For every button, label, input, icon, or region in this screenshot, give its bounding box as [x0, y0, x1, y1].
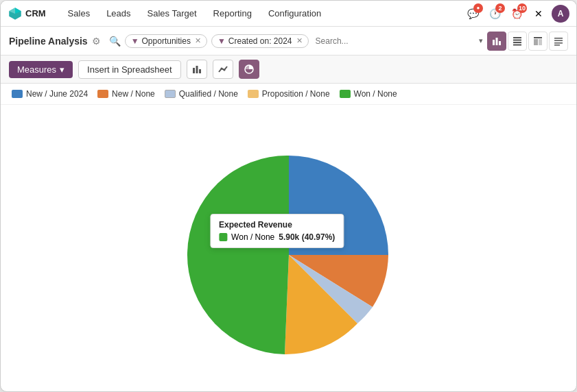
toolbar: Measures ▾ Insert in Spreadsheet: [1, 56, 576, 84]
svg-rect-6: [513, 37, 521, 38]
slice-won-none[interactable]: [187, 156, 288, 354]
legend-item-4: Won / None: [340, 89, 397, 99]
filter-chip-opportunities[interactable]: ▼ Opportunities ✕: [125, 34, 207, 48]
search-dropdown-arrow[interactable]: ▾: [479, 36, 483, 45]
svg-rect-11: [534, 39, 538, 45]
messages-badge: 2: [495, 3, 505, 13]
insert-label: Insert in Spreadsheet: [87, 64, 172, 75]
chart-legend: New / June 2024 New / None Qualified / N…: [1, 84, 576, 105]
svg-rect-9: [513, 44, 521, 45]
svg-rect-18: [196, 66, 198, 73]
tooltip-value: 5.90k (40.97%): [279, 232, 335, 242]
tooltip-title: Expected Revenue: [219, 220, 335, 230]
pie-chart-svg: [172, 142, 405, 354]
filter-createdon-close[interactable]: ✕: [296, 36, 303, 45]
funnel-icon: ▼: [131, 36, 139, 46]
svg-rect-15: [554, 42, 563, 44]
app-title: CRM: [25, 8, 46, 19]
pie-chart-type-btn[interactable]: [239, 60, 259, 79]
view-table-btn[interactable]: [508, 32, 527, 51]
filter-opportunities-label: Opportunities: [142, 36, 191, 46]
page-title: Pipeline Analysis: [9, 36, 88, 47]
svg-point-20: [220, 68, 222, 70]
search-input[interactable]: [313, 35, 475, 47]
svg-rect-17: [193, 68, 195, 73]
line-chart-type-btn[interactable]: [213, 60, 233, 79]
chart-tooltip: Expected Revenue Won / None 5.90k (40.97…: [210, 214, 344, 248]
tooltip-color-swatch: [219, 233, 227, 241]
close-icon-btn[interactable]: ✕: [530, 5, 547, 23]
table-icon: [513, 36, 522, 46]
crm-logo-icon: [8, 6, 23, 21]
view-icons: [487, 32, 568, 51]
nav-configuration[interactable]: Configuration: [261, 5, 328, 21]
legend-color-4: [340, 90, 351, 98]
navbar: CRM Sales Leads Sales Target Reporting C…: [1, 1, 576, 27]
logo[interactable]: CRM: [8, 6, 53, 21]
nav-sales[interactable]: Sales: [61, 5, 97, 21]
bar-chart-type-icon: [192, 64, 202, 74]
measures-button[interactable]: Measures ▾: [9, 61, 73, 78]
legend-item-0: New / June 2024: [12, 89, 88, 99]
measures-label: Measures: [17, 64, 56, 75]
settings-icon[interactable]: ⚙: [92, 36, 101, 47]
svg-rect-14: [554, 40, 563, 41]
legend-label-1: New / None: [112, 89, 155, 99]
messages-icon-btn[interactable]: 🕐 2: [486, 5, 504, 23]
chat-badge: ●: [473, 3, 483, 13]
svg-rect-19: [199, 69, 201, 73]
legend-color-1: [97, 90, 108, 98]
svg-rect-3: [493, 40, 495, 45]
bar-chart-type-btn[interactable]: [187, 60, 207, 79]
subheader: Pipeline Analysis ⚙ 🔍 ▼ Opportunities ✕ …: [1, 27, 576, 56]
legend-label-3: Proposition / None: [262, 89, 330, 99]
view-bar-btn[interactable]: [487, 32, 506, 51]
nav-sales-target[interactable]: Sales Target: [141, 5, 204, 21]
filter-opportunities-close[interactable]: ✕: [195, 36, 201, 45]
svg-point-21: [223, 69, 225, 71]
filter-createdon-label: Created on: 2024: [228, 36, 292, 46]
activity-icon-btn[interactable]: ⏰ 10: [508, 5, 526, 23]
insert-spreadsheet-button[interactable]: Insert in Spreadsheet: [78, 60, 181, 79]
list-icon: [554, 36, 563, 46]
line-chart-type-icon: [218, 64, 228, 74]
view-pivot-btn[interactable]: [528, 32, 547, 51]
app-window: CRM Sales Leads Sales Target Reporting C…: [0, 0, 577, 392]
bar-chart-icon: [492, 36, 502, 46]
search-icon[interactable]: 🔍: [109, 36, 121, 47]
legend-label-4: Won / None: [354, 89, 397, 99]
legend-label-2: Qualified / None: [179, 89, 238, 99]
legend-item-2: Qualified / None: [165, 89, 238, 99]
tooltip-row: Won / None 5.90k (40.97%): [219, 232, 335, 242]
nav-leads[interactable]: Leads: [99, 5, 137, 21]
svg-rect-10: [534, 37, 542, 38]
close-icon: ✕: [534, 8, 543, 19]
nav-reporting[interactable]: Reporting: [207, 5, 259, 21]
chat-icon-btn[interactable]: 💬 ●: [464, 5, 482, 23]
legend-label-0: New / June 2024: [26, 89, 88, 99]
svg-rect-5: [499, 41, 501, 45]
svg-rect-4: [496, 38, 498, 45]
pie-chart-type-icon: [244, 64, 254, 74]
legend-color-2: [165, 90, 176, 98]
svg-rect-13: [554, 38, 563, 39]
legend-color-0: [12, 90, 23, 98]
nav-icons: 💬 ● 🕐 2 ⏰ 10 ✕ A: [464, 5, 569, 23]
tooltip-label: Won / None: [231, 232, 274, 242]
pivot-icon: [533, 36, 543, 46]
svg-rect-7: [513, 39, 521, 40]
filter-chip-created-on[interactable]: ▼ Created on: 2024 ✕: [211, 34, 309, 48]
view-list-btn[interactable]: [549, 32, 568, 51]
svg-rect-8: [513, 42, 521, 43]
measures-dropdown-icon: ▾: [60, 64, 64, 75]
svg-rect-16: [554, 45, 560, 46]
activity-badge: 10: [517, 3, 527, 13]
legend-item-1: New / None: [97, 89, 155, 99]
user-avatar[interactable]: A: [552, 5, 569, 23]
svg-rect-12: [539, 39, 542, 45]
funnel-icon-2: ▼: [217, 36, 226, 46]
legend-color-3: [248, 90, 259, 98]
legend-item-3: Proposition / None: [248, 89, 330, 99]
chart-area: Expected Revenue Won / None 5.90k (40.97…: [1, 105, 576, 391]
